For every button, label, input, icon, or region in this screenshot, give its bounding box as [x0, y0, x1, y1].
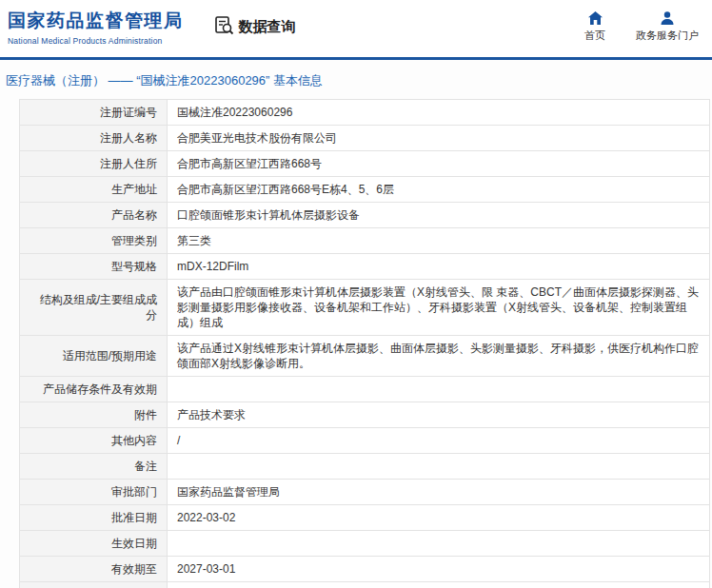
table-row: 管理类别 第三类: [20, 228, 710, 254]
data-query-label: 数据查询: [239, 18, 296, 36]
registration-info-table: 注册证编号 国械注准20223060296 注册人名称 合肥美亚光电技术股份有限…: [19, 99, 710, 588]
row-value: 合肥市高新区望江西路668号E栋4、5、6层: [168, 177, 710, 203]
row-value: 口腔颌面锥形束计算机体层摄影设备: [168, 203, 710, 228]
row-value: 产品技术要求: [168, 402, 710, 428]
row-label: 注册人名称: [20, 126, 168, 151]
row-value: [168, 531, 710, 557]
table-row: 产品名称 口腔颌面锥形束计算机体层摄影设备: [20, 203, 710, 228]
home-icon: [587, 10, 603, 26]
row-label: 备注: [20, 454, 168, 480]
user-icon: [660, 10, 675, 26]
row-value: [168, 454, 710, 480]
row-value: 2027-03-01: [168, 557, 710, 582]
table-row: 其他内容 /: [20, 428, 710, 454]
table-row: 审批部门 国家药品监督管理局: [20, 480, 710, 505]
row-label: 注册证编号: [20, 100, 168, 126]
row-value: 国家药品监督管理局: [168, 480, 710, 505]
row-value: 国械注准20223060296: [168, 100, 710, 126]
portal-link-label: 政务服务门户: [636, 29, 699, 43]
table-row: 批准日期 2022-03-02: [20, 505, 710, 531]
table-row: 有效期至 2027-03-01: [20, 557, 710, 582]
row-label: 变更情况: [20, 582, 168, 588]
table-row: 附件 产品技术要求: [20, 402, 710, 428]
home-link-label: 首页: [584, 29, 605, 43]
row-value: 合肥美亚光电技术股份有限公司: [168, 126, 710, 151]
row-value: mDX-12DFilm: [168, 254, 710, 280]
brand: 国家药品监督管理局 National Medical Products Admi…: [8, 9, 184, 46]
row-label: 产品名称: [20, 203, 168, 228]
site-title: 国家药品监督管理局: [8, 9, 184, 33]
portal-link[interactable]: 政务服务门户: [636, 10, 699, 43]
table-row: 生效日期: [20, 531, 710, 557]
row-label: 附件: [20, 402, 168, 428]
table-row: 注册人住所 合肥市高新区望江西路668号: [20, 151, 710, 177]
table-row: 备注: [20, 454, 710, 480]
row-label: 生效日期: [20, 531, 168, 557]
row-value: 第三类: [168, 228, 710, 254]
row-label: 其他内容: [20, 428, 168, 454]
data-query-icon: [214, 15, 234, 38]
header-right: 首页 政务服务门户: [581, 10, 699, 43]
row-label: 型号规格: [20, 254, 168, 280]
table-row: 注册人名称 合肥美亚光电技术股份有限公司: [20, 126, 710, 151]
page-title: 医疗器械（注册） —— “国械注准20223060296” 基本信息: [0, 60, 712, 99]
home-link[interactable]: 首页: [581, 10, 609, 43]
row-value: [168, 377, 710, 402]
row-value: 2022-03-02: [168, 505, 710, 531]
table-row: 注册证编号 国械注准20223060296: [20, 100, 710, 126]
site-header: 国家药品监督管理局 National Medical Products Admi…: [0, 0, 712, 60]
row-value: 该产品通过X射线锥形束计算机体层摄影、曲面体层摄影、头影测量摄影、牙科摄影，供医…: [168, 336, 710, 377]
row-label: 有效期至: [20, 557, 168, 582]
row-label: 产品储存条件及有效期: [20, 377, 168, 402]
row-label: 适用范围/预期用途: [20, 336, 168, 377]
row-value: 合肥市高新区望江西路668号: [168, 151, 710, 177]
row-value: 2022-03-16 “生产地址：合肥市高新区望江西路668号” 变更为 “生产…: [168, 582, 710, 588]
table-row: 产品储存条件及有效期: [20, 377, 710, 402]
table-row: 适用范围/预期用途 该产品通过X射线锥形束计算机体层摄影、曲面体层摄影、头影测量…: [20, 336, 710, 377]
table-row: 生产地址 合肥市高新区望江西路668号E栋4、5、6层: [20, 177, 710, 203]
row-label: 审批部门: [20, 480, 168, 505]
table-row: 变更情况 2022-03-16 “生产地址：合肥市高新区望江西路668号” 变更…: [20, 582, 710, 588]
row-label: 生产地址: [20, 177, 168, 203]
data-query-nav[interactable]: 数据查询: [214, 15, 296, 38]
content: 医疗器械（注册） —— “国械注准20223060296” 基本信息 注册证编号…: [0, 60, 712, 588]
row-label: 结构及组成/主要组成成分: [20, 280, 168, 336]
site-subtitle: National Medical Products Administration: [8, 36, 184, 46]
row-label: 管理类别: [20, 228, 168, 254]
row-label: 批准日期: [20, 505, 168, 531]
table-row: 结构及组成/主要组成成分 该产品由口腔颌面锥形束计算机体层摄影装置（X射线管头、…: [20, 280, 710, 336]
row-value: 该产品由口腔颌面锥形束计算机体层摄影装置（X射线管头、限 束器、CBCT／曲面体…: [168, 280, 710, 336]
row-value: /: [168, 428, 710, 454]
row-label: 注册人住所: [20, 151, 168, 177]
page: 国家药品监督管理局 National Medical Products Admi…: [0, 0, 712, 588]
table-row: 型号规格 mDX-12DFilm: [20, 254, 710, 280]
